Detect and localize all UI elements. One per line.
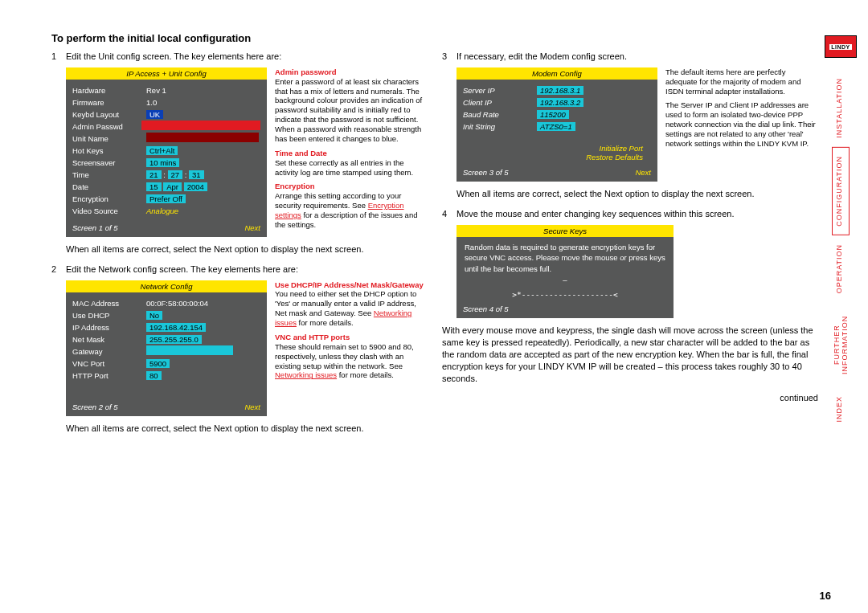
baud-rate-value[interactable]: 115200 (537, 110, 569, 119)
page-number: 16 (820, 590, 831, 602)
step-4-after: With every mouse move and keypress, the … (442, 325, 818, 384)
date-day[interactable]: 15 (146, 182, 162, 191)
step-4: 4 Move the mouse and enter changing key … (442, 208, 818, 220)
hardware-value: Rev 1 (146, 86, 166, 95)
step-number: 3 (442, 51, 457, 63)
dhcp-text: You need to either set the DHCP option t… (275, 289, 428, 328)
gateway-label: Gateway (72, 347, 146, 356)
step-3-after: When all items are correct, select the N… (457, 188, 818, 200)
admin-passwd-label: Admin Passwd (72, 122, 141, 131)
hardware-label: Hardware (72, 86, 146, 95)
time-min[interactable]: 27 (168, 170, 183, 179)
ip-value[interactable]: 192.168.42.154 (146, 323, 206, 332)
mac-label: MAC Address (72, 299, 146, 308)
modem-next-button[interactable]: Next (635, 168, 651, 177)
dhcp-value[interactable]: No (146, 311, 162, 320)
hotkeys-value[interactable]: Ctrl+Alt (146, 146, 178, 155)
admin-passwd-field[interactable] (141, 121, 260, 130)
admin-password-text: Enter a password of at least six charact… (275, 77, 428, 144)
tab-installation[interactable]: INSTALLATION (832, 69, 850, 147)
right-column: 3 If necessary, edit the Modem config sc… (442, 51, 818, 442)
unit-config-screen: IP Access + Unit Config HardwareRev 1 Fi… (66, 67, 267, 237)
mac-value: 00:0F:58:00:00:04 (146, 299, 208, 308)
secure-footer-left: Screen 4 of 5 (463, 304, 509, 313)
unit-name-label: Unit Name (72, 134, 146, 143)
page-title: To perform the initial local configurati… (51, 32, 828, 44)
video-source-label: Video Source (72, 206, 146, 215)
tab-index[interactable]: INDEX (832, 387, 850, 431)
left-column: 1 Edit the Unit config screen. The key e… (51, 51, 428, 442)
http-port-value[interactable]: 80 (146, 371, 162, 380)
gateway-field[interactable] (146, 345, 233, 355)
unit-name-field[interactable] (146, 133, 259, 142)
time-hour[interactable]: 21 (146, 170, 162, 179)
modem-config-screen: Modem Config Server IP192.168.3.1 Client… (457, 67, 657, 182)
hotkeys-label: Hot Keys (72, 146, 146, 155)
tab-configuration[interactable]: CONFIGURATION (832, 147, 850, 235)
modem-note-1: The default items here are perfectly ade… (665, 67, 818, 96)
secure-screen-title: Secure Keys (457, 225, 674, 237)
client-ip-value[interactable]: 192.168.3.2 (537, 98, 583, 107)
brand-text: LINDY (829, 44, 852, 50)
baud-rate-label: Baud Rate (463, 110, 537, 119)
unit-footer-left: Screen 1 of 5 (72, 223, 118, 232)
tab-operation[interactable]: OPERATION (832, 235, 850, 302)
step-2-text: Edit the Network config screen. The key … (66, 264, 428, 276)
init-string-label: Init String (463, 122, 537, 131)
time-sec[interactable]: 31 (189, 170, 204, 179)
initialize-port-option[interactable]: Initialize Port (463, 144, 651, 153)
time-date-heading: Time and Date (275, 149, 428, 158)
unit-side-notes: Admin password Enter a password of at le… (275, 67, 428, 237)
unit-next-button[interactable]: Next (244, 223, 260, 232)
time-label: Time (72, 170, 146, 179)
encryption-value[interactable]: Prefer Off (146, 194, 186, 203)
encryption-heading: Encryption (275, 182, 428, 191)
firmware-value: 1.0 (146, 98, 157, 107)
ip-label: IP Address (72, 323, 146, 332)
video-source-value: Analogue (146, 206, 178, 215)
net-screen-title: Network Config (66, 280, 267, 292)
side-nav: LINDY INSTALLATION CONFIGURATION OPERATI… (825, 35, 857, 431)
encryption-label: Encryption (72, 194, 146, 203)
step-number: 4 (442, 208, 457, 220)
encryption-text: Arrange this setting according to your s… (275, 191, 428, 230)
net-side-notes: Use DHCP/IP Address/Net Mask/Gateway You… (275, 280, 428, 416)
date-label: Date (72, 182, 146, 191)
networking-issues-link-2[interactable]: Networking issues (275, 370, 337, 379)
step-1: 1 Edit the Unit config screen. The key e… (51, 51, 428, 63)
firmware-label: Firmware (72, 98, 146, 107)
vnc-port-value[interactable]: 5900 (146, 359, 170, 368)
net-next-button[interactable]: Next (244, 403, 260, 411)
network-config-screen: Network Config MAC Address00:0F:58:00:00… (66, 280, 267, 416)
date-year[interactable]: 2004 (184, 182, 207, 191)
init-string-value[interactable]: ATZS0=1 (537, 122, 575, 131)
http-port-label: HTTP Port (72, 371, 146, 380)
step-2: 2 Edit the Network config screen. The ke… (51, 264, 428, 276)
time-date-text: Set these correctly as all entries in th… (275, 158, 428, 178)
ports-heading: VNC and HTTP ports (275, 333, 428, 342)
keybd-value[interactable]: UK (146, 110, 163, 119)
screensaver-value[interactable]: 10 mins (146, 158, 179, 167)
lindy-logo: LINDY (825, 35, 857, 58)
restore-defaults-option[interactable]: Restore Defaults (463, 153, 651, 161)
continued-label: continued (442, 393, 818, 403)
step-1-after: When all items are correct, select the N… (66, 243, 428, 255)
tab-further-information[interactable]: FURTHER INFORMATION (832, 302, 850, 387)
ports-text: These should remain set to 5900 and 80, … (275, 342, 428, 381)
secure-dash: – (465, 275, 665, 286)
screensaver-label: Screensaver (72, 158, 146, 167)
mask-value[interactable]: 255.255.255.0 (146, 335, 202, 344)
secure-body-text: Random data is required to generate encr… (465, 242, 665, 275)
step-1-text: Edit the Unit config screen. The key ele… (66, 51, 428, 63)
vnc-port-label: VNC Port (72, 359, 146, 368)
date-month[interactable]: Apr (163, 182, 182, 191)
modem-side-notes: The default items here are perfectly ade… (665, 67, 818, 182)
secure-keys-screen: Secure Keys Random data is required to g… (457, 225, 674, 319)
net-footer-left: Screen 2 of 5 (72, 403, 118, 411)
server-ip-label: Server IP (463, 86, 537, 95)
step-number: 1 (51, 51, 66, 63)
server-ip-value[interactable]: 192.168.3.1 (537, 86, 583, 95)
step-3: 3 If necessary, edit the Modem config sc… (442, 51, 818, 63)
modem-footer-left: Screen 3 of 5 (463, 168, 509, 177)
step-2-after: When all items are correct, select the N… (66, 423, 428, 435)
